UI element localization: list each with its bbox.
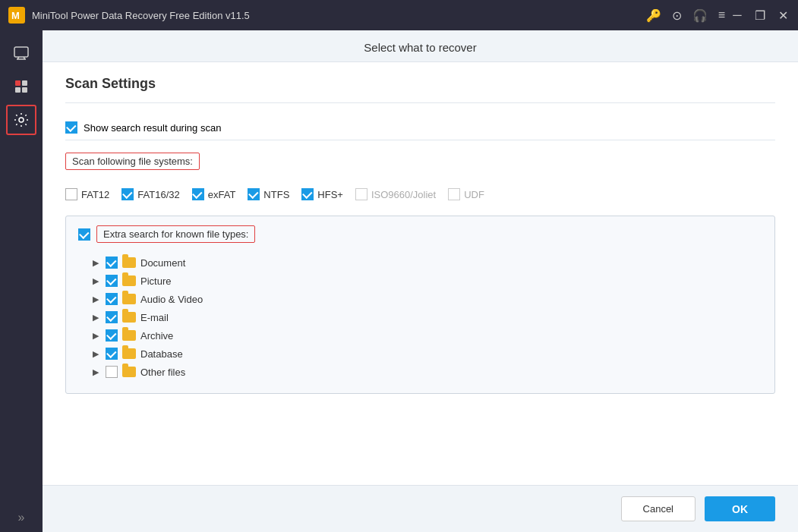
tree-item-database: ▶ Database — [78, 345, 762, 363]
show-search-label: Show search result during scan — [84, 122, 221, 134]
expand-picture-arrow[interactable]: ▶ — [90, 275, 101, 286]
toolbar-icons: 🔑 ⊙ 🎧 ≡ — [646, 8, 725, 23]
restore-button[interactable]: ❐ — [752, 8, 768, 23]
expand-other-files-arrow[interactable]: ▶ — [90, 367, 101, 377]
page-title: Select what to recover — [364, 41, 476, 54]
page-header: Select what to recover — [43, 30, 798, 62]
svg-rect-2 — [14, 47, 28, 57]
show-search-row: Show search result during scan — [65, 115, 775, 140]
other-files-checkbox[interactable] — [106, 366, 118, 378]
audio-video-label: Audio & Video — [140, 294, 203, 305]
database-label: Database — [140, 348, 183, 360]
expand-email-arrow[interactable]: ▶ — [90, 312, 101, 323]
show-search-checkbox[interactable] — [65, 121, 77, 134]
fs-ntfs-checkbox[interactable] — [248, 188, 260, 200]
other-files-label: Other files — [140, 367, 185, 378]
fs-fat12: FAT12 — [65, 188, 109, 200]
other-files-folder-icon — [122, 367, 136, 377]
show-search-checkbox-label[interactable]: Show search result during scan — [65, 121, 221, 134]
fs-udf: UDF — [448, 188, 484, 200]
expand-database-arrow[interactable]: ▶ — [90, 348, 101, 359]
tree-item-document: ▶ Document — [78, 253, 762, 272]
archive-label: Archive — [140, 330, 173, 342]
fs-fat1632: FAT16/32 — [121, 188, 179, 200]
extra-search-checkbox[interactable] — [78, 228, 90, 241]
fs-ntfs-label: NTFS — [263, 189, 289, 200]
title-bar: M MiniTool Power Data Recovery Free Edit… — [0, 0, 798, 30]
sidebar-item-grid[interactable] — [6, 71, 36, 102]
fs-hfsplus-checkbox[interactable] — [301, 188, 314, 200]
app-title: MiniTool Power Data Recovery Free Editio… — [32, 10, 646, 21]
picture-label: Picture — [140, 275, 171, 287]
fs-iso9660-checkbox — [355, 188, 367, 200]
fs-fat1632-checkbox[interactable] — [121, 188, 134, 200]
archive-checkbox[interactable] — [106, 329, 118, 342]
database-checkbox[interactable] — [106, 348, 118, 360]
audio-video-checkbox[interactable] — [106, 293, 118, 305]
window-controls: ─ ❐ ✕ — [730, 8, 790, 23]
filesystems-section: Scan following file systems: FAT12 FAT16… — [65, 153, 775, 200]
database-folder-icon — [122, 348, 136, 359]
fs-iso9660-label: ISO9660/Joliet — [371, 189, 436, 200]
extra-search-section: Extra search for known file types: ▶ Doc… — [65, 216, 775, 394]
content-area: Select what to recover Scan Settings Sho… — [43, 30, 798, 532]
circle-icon[interactable]: ⊙ — [672, 8, 682, 23]
fs-hfsplus: HFS+ — [301, 188, 343, 200]
main-layout: » Select what to recover Scan Settings S… — [0, 30, 798, 532]
fs-hfsplus-label: HFS+ — [317, 189, 343, 200]
document-folder-icon — [122, 257, 136, 268]
archive-folder-icon — [122, 330, 136, 341]
sidebar-item-settings[interactable] — [6, 105, 36, 135]
tree-item-other-files: ▶ Other files — [78, 363, 762, 381]
settings-panel: Scan Settings Show search result during … — [43, 62, 798, 485]
fs-udf-checkbox — [448, 188, 460, 200]
picture-folder-icon — [122, 275, 136, 286]
svg-rect-7 — [22, 80, 27, 86]
expand-document-arrow[interactable]: ▶ — [90, 257, 101, 268]
extra-search-header-wrap: Extra search for known file types: — [78, 225, 762, 243]
svg-point-10 — [19, 118, 24, 122]
fs-fat1632-label: FAT16/32 — [137, 189, 179, 200]
filesystems-label: Scan following file systems: — [65, 153, 200, 170]
document-checkbox[interactable] — [106, 257, 118, 269]
fs-udf-label: UDF — [464, 189, 484, 200]
fs-iso9660: ISO9660/Joliet — [355, 188, 436, 200]
bottom-bar: Cancel OK — [43, 485, 798, 532]
settings-title: Scan Settings — [65, 62, 775, 103]
fs-exfat-checkbox[interactable] — [192, 188, 204, 200]
tree-item-email: ▶ E-mail — [78, 308, 762, 326]
expand-archive-arrow[interactable]: ▶ — [90, 330, 101, 341]
filesystems-row: FAT12 FAT16/32 exFAT — [65, 188, 775, 200]
app-logo: M — [8, 6, 26, 24]
tree-item-picture: ▶ Picture — [78, 272, 762, 290]
sidebar-expand[interactable]: » — [18, 511, 25, 524]
fs-ntfs: NTFS — [248, 188, 289, 200]
extra-search-label[interactable]: Extra search for known file types: — [96, 225, 255, 243]
close-button[interactable]: ✕ — [775, 8, 790, 23]
key-icon[interactable]: 🔑 — [646, 8, 661, 23]
headset-icon[interactable]: 🎧 — [692, 8, 708, 23]
fs-exfat: exFAT — [192, 188, 236, 200]
minimize-button[interactable]: ─ — [730, 8, 745, 23]
email-checkbox[interactable] — [106, 311, 118, 323]
svg-rect-9 — [22, 87, 27, 93]
picture-checkbox[interactable] — [106, 275, 118, 287]
tree-item-archive: ▶ Archive — [78, 326, 762, 345]
svg-rect-6 — [15, 80, 21, 86]
audio-video-folder-icon — [122, 294, 136, 304]
svg-text:M: M — [11, 10, 20, 21]
sidebar: » — [0, 30, 43, 532]
email-folder-icon — [122, 312, 136, 323]
fs-fat12-label: FAT12 — [81, 189, 109, 200]
app-window: M MiniTool Power Data Recovery Free Edit… — [0, 0, 798, 532]
sidebar-item-monitor[interactable] — [6, 38, 36, 68]
fs-exfat-label: exFAT — [208, 189, 236, 200]
fs-fat12-checkbox[interactable] — [65, 188, 77, 200]
menu-icon[interactable]: ≡ — [718, 8, 725, 22]
document-label: Document — [140, 257, 185, 269]
tree-item-audio-video: ▶ Audio & Video — [78, 290, 762, 308]
cancel-button[interactable]: Cancel — [621, 496, 695, 521]
expand-audio-video-arrow[interactable]: ▶ — [90, 294, 101, 304]
email-label: E-mail — [140, 312, 169, 323]
ok-button[interactable]: OK — [705, 496, 775, 521]
